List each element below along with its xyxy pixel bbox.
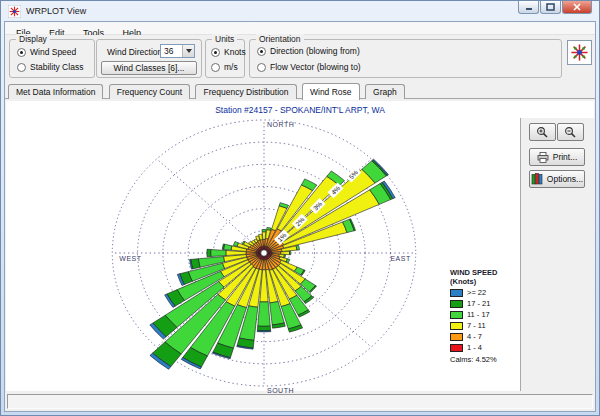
radio-stability-class[interactable]: Stability Class	[17, 62, 83, 72]
orientation-groupbox: Orientation Direction (blowing from) Flo…	[249, 39, 562, 78]
legend-swatch-ge22	[450, 289, 463, 297]
print-button[interactable]: Print...	[529, 148, 585, 166]
legend-swatch-11-17	[450, 311, 463, 319]
options-icon	[531, 173, 543, 185]
wind-rose-toolbar-button[interactable]	[567, 40, 592, 65]
window-title: WRPLOT View	[26, 6, 86, 16]
wind-speed-radio-label: Wind Speed	[30, 47, 76, 57]
minimize-button[interactable]	[518, 1, 539, 14]
wind-directions-select[interactable]: 36	[160, 44, 195, 58]
title-bar: WRPLOT View	[1, 1, 599, 21]
options-toolbar: Display Wind Speed Stability Class Wind …	[5, 35, 595, 81]
display-group-title: Display	[16, 34, 50, 44]
dropdown-arrow-icon[interactable]	[182, 45, 194, 57]
legend-item: >= 22	[450, 288, 516, 297]
ms-radio[interactable]	[211, 63, 220, 72]
wind-directions-groupbox: Wind Directions: 36 Wind Classes [6]...	[96, 39, 202, 78]
legend-item: 17 - 21	[450, 299, 516, 308]
side-panel: Print... Options...	[520, 118, 594, 391]
legend-label-1-4: 1 - 4	[467, 343, 482, 352]
radio-ms[interactable]: m/s	[211, 62, 238, 72]
knots-radio[interactable]	[211, 48, 220, 57]
tab-wind-rose[interactable]: Wind Rose	[302, 83, 360, 100]
zoom-out-icon	[564, 126, 577, 139]
radio-wind-speed[interactable]: Wind Speed	[17, 47, 76, 57]
svg-text:SOUTH: SOUTH	[267, 387, 294, 394]
radio-flow-vector[interactable]: Flow Vector (blowing to)	[257, 62, 361, 72]
knots-radio-label: Knots	[224, 47, 246, 57]
legend-item: 7 - 11	[450, 321, 516, 330]
ms-radio-label: m/s	[224, 62, 238, 72]
orientation-group-title: Orientation	[256, 34, 304, 44]
app-window: WRPLOT View File Edit Tools Help	[0, 0, 600, 416]
stability-class-radio-label: Stability Class	[30, 62, 83, 72]
wind-speed-radio[interactable]	[17, 48, 26, 57]
app-icon	[8, 5, 21, 18]
legend-label-7-11: 7 - 11	[467, 321, 486, 330]
maximize-icon	[546, 3, 555, 11]
direction-radio-label: Direction (blowing from)	[270, 46, 360, 56]
radio-direction-blowing-from[interactable]: Direction (blowing from)	[257, 46, 360, 56]
status-bar	[7, 394, 593, 409]
legend-label-ge22: >= 22	[467, 288, 486, 297]
tab-frequency-distribution[interactable]: Frequency Distribution	[195, 84, 296, 99]
tab-graph[interactable]: Graph	[365, 84, 405, 99]
minimize-icon	[525, 4, 533, 11]
legend-units: (Knots)	[450, 278, 516, 287]
legend-calms: Calms: 4.52%	[450, 355, 516, 364]
tab-bar: Met Data Information Frequency Count Fre…	[5, 81, 595, 99]
zoom-out-button[interactable]	[557, 123, 584, 141]
tab-frequency-count[interactable]: Frequency Count	[109, 84, 190, 99]
flow-vector-radio[interactable]	[257, 63, 266, 72]
options-button[interactable]: Options...	[529, 170, 585, 188]
zoom-in-icon	[536, 126, 549, 139]
station-title: Station #24157 - SPOKANE/INT'L ARPT, WA	[6, 101, 594, 118]
options-button-label: Options...	[547, 174, 583, 184]
flow-vector-radio-label: Flow Vector (blowing to)	[270, 62, 361, 72]
wind-speed-legend: WIND SPEED (Knots) >= 22 17 - 21 11 - 17…	[450, 269, 516, 364]
maximize-button[interactable]	[540, 1, 561, 14]
close-button[interactable]	[562, 1, 592, 14]
wind-classes-button[interactable]: Wind Classes [6]...	[101, 61, 197, 75]
printer-icon	[537, 152, 549, 163]
zoom-in-button[interactable]	[529, 123, 556, 141]
legend-swatch-1-4	[450, 344, 463, 352]
legend-label-11-17: 11 - 17	[467, 310, 490, 319]
legend-swatch-7-11	[450, 322, 463, 330]
legend-label-4-7: 4 - 7	[467, 332, 482, 341]
legend-swatch-17-21	[450, 300, 463, 308]
svg-text:EAST: EAST	[390, 255, 411, 262]
legend-item: 1 - 4	[450, 343, 516, 352]
tab-met-data-information[interactable]: Met Data Information	[8, 84, 103, 99]
units-group-title: Units	[212, 34, 237, 44]
legend-item: 4 - 7	[450, 332, 516, 341]
legend-swatch-4-7	[450, 333, 463, 341]
display-groupbox: Display Wind Speed Stability Class	[9, 39, 95, 78]
window-body: File Edit Tools Help Display Wind Speed …	[4, 21, 596, 412]
print-button-label: Print...	[553, 152, 578, 162]
legend-label-17-21: 17 - 21	[467, 299, 490, 308]
stability-class-radio[interactable]	[17, 63, 26, 72]
wind-rose-icon	[570, 43, 589, 62]
units-groupbox: Units Knots m/s	[205, 39, 245, 78]
wind-directions-value: 36	[161, 45, 182, 57]
svg-text:WEST: WEST	[119, 255, 141, 262]
plot-client-area: Station #24157 - SPOKANE/INT'L ARPT, WA …	[6, 101, 594, 391]
close-icon	[573, 3, 581, 11]
svg-text:NORTH: NORTH	[267, 121, 294, 128]
wind-rose-chart: 1%2%3%4%5%NORTHEASTSOUTHWEST	[6, 118, 520, 398]
radio-knots[interactable]: Knots	[211, 47, 246, 57]
direction-radio[interactable]	[257, 47, 266, 56]
legend-item: 11 - 17	[450, 310, 516, 319]
